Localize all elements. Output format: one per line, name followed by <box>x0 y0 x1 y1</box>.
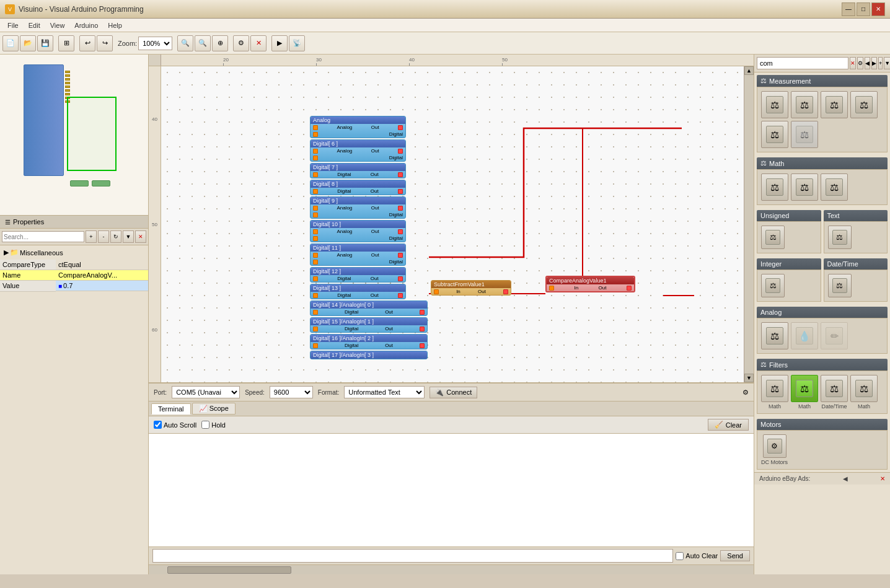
ads-nav-left[interactable]: ◀ <box>843 475 848 482</box>
prop-collapse-button[interactable]: - <box>98 230 109 243</box>
search-clear-button[interactable]: ✕ <box>850 57 856 69</box>
autoscroll-label[interactable]: Auto Scroll <box>154 421 196 429</box>
measurement-btn-6[interactable]: ⚖ ✏ <box>791 121 818 148</box>
close-button[interactable]: ✕ <box>871 2 885 16</box>
measurement-btn-3[interactable]: ⚖ <box>821 91 848 118</box>
prop-expand-button[interactable]: + <box>86 230 97 243</box>
search-menu-button[interactable]: ▼ <box>884 57 890 69</box>
menu-help[interactable]: Help <box>103 20 127 30</box>
math-btn-2[interactable]: ⚖ <box>791 173 818 201</box>
open-button[interactable]: 📂 <box>20 35 36 51</box>
analog-btn-3[interactable]: ✏ <box>821 322 848 349</box>
filter-item-1[interactable]: ⚖ Math <box>761 375 788 410</box>
text-btn-1[interactable]: ⚖ <box>828 226 852 249</box>
port-analog-out[interactable] <box>398 125 403 130</box>
format-select[interactable]: Unformatted Text <box>344 386 425 398</box>
zoom-out-button[interactable]: 🔍 <box>195 35 211 51</box>
scrollbar-thumb[interactable] <box>167 566 291 574</box>
menu-file[interactable]: File <box>2 20 24 30</box>
horizontal-scrollbar[interactable] <box>149 564 754 574</box>
terminal-area[interactable] <box>149 434 754 546</box>
minimize-button[interactable]: — <box>842 2 855 16</box>
motors-content: ⚙ DC Motors <box>757 430 888 470</box>
math-btn-1[interactable]: ⚖ <box>761 173 788 201</box>
zoom-select[interactable]: 100% <box>138 37 172 50</box>
port-digital-in[interactable] <box>313 132 318 137</box>
ads-nav-right[interactable]: ✕ <box>880 475 885 482</box>
search-add-button[interactable]: + <box>878 57 883 69</box>
properties-toolbar: + - ↻ ▼ ✕ <box>0 229 148 245</box>
menu-edit[interactable]: Edit <box>24 20 45 30</box>
main-layout: ☰ Properties + - ↻ ▼ ✕ ▶ 📁 Miscellaneous <box>0 55 890 574</box>
grid-button[interactable]: ⊞ <box>58 35 74 51</box>
new-button[interactable]: 📄 <box>2 35 19 51</box>
search-input[interactable] <box>757 57 848 69</box>
autoclear-label[interactable]: Auto Clear <box>676 552 718 560</box>
redo-button[interactable]: ↪ <box>97 35 113 51</box>
motors-dc-btn[interactable]: ⚙ <box>763 434 786 458</box>
prop-value-value[interactable]: ■ 0.7 <box>56 281 148 291</box>
math-btn-3[interactable]: ⚖ <box>821 173 848 201</box>
upload-button[interactable]: ▶ <box>271 35 288 51</box>
filter-item-3[interactable]: ⚖ Date/Time <box>821 375 848 410</box>
connect-button[interactable]: 🔌 Connect <box>430 387 477 398</box>
filter-btn-math-1[interactable]: ⚖ <box>761 375 788 402</box>
measurement-btn-1[interactable]: ⚖ <box>761 91 788 118</box>
menu-view[interactable]: View <box>45 20 70 30</box>
filter-item-4[interactable]: ⚖ Math <box>850 375 878 410</box>
port-analog-in[interactable] <box>313 125 318 130</box>
analog-btn-1[interactable]: ⚖ <box>761 322 788 349</box>
settings-icon[interactable]: ⚙ <box>742 388 749 397</box>
save-button[interactable]: 💾 <box>37 35 53 51</box>
clear-button[interactable]: 🧹 Clear <box>708 419 749 431</box>
zoom-fit-button[interactable]: ⊕ <box>212 35 228 51</box>
window-title: Visuino - Visual Arduino Programming <box>19 5 144 14</box>
measurement-btn-4[interactable]: ⚖ <box>850 91 878 118</box>
filter-btn-math-2[interactable]: ⚖ <box>791 375 818 402</box>
search-nav-up-button[interactable]: ◀ <box>865 57 870 69</box>
undo-button[interactable]: ↩ <box>79 35 95 51</box>
motors-dc-item[interactable]: ⚙ DC Motors <box>761 434 788 465</box>
canvas-scroll[interactable]: 40 50 60 Analog <box>149 66 754 382</box>
tab-terminal[interactable]: Terminal <box>151 403 191 415</box>
subtract-node[interactable]: SubtractFromValue1 In Out <box>431 280 511 296</box>
datetime-btn-1[interactable]: ⚖ <box>828 274 852 297</box>
prop-delete-button[interactable]: ✕ <box>135 230 146 243</box>
zoom-in-button[interactable]: 🔍 <box>177 35 193 51</box>
compile-button[interactable]: ⚙ <box>233 35 249 51</box>
speed-select[interactable]: 9600 <box>270 386 313 398</box>
prop-filter-button[interactable]: ▼ <box>123 230 134 243</box>
tab-scope[interactable]: 📈 Scope <box>192 403 236 415</box>
arduino-node[interactable]: Analog Analog Out Digital <box>310 116 552 361</box>
hold-label[interactable]: Hold <box>201 421 226 429</box>
filter-btn-math-3[interactable]: ⚖ <box>850 375 878 402</box>
prop-value-name[interactable]: CompareAnalogV... <box>56 270 148 281</box>
send-button[interactable]: Send <box>720 550 750 561</box>
stop-button[interactable]: ✕ <box>250 35 267 51</box>
measurement-btn-2[interactable]: ⚖ <box>791 91 818 118</box>
unsigned-btn-1[interactable]: ⚖ <box>761 226 785 249</box>
autoclear-checkbox[interactable] <box>676 552 684 560</box>
integer-btn-1[interactable]: ⚖ <box>761 274 785 297</box>
hold-checkbox[interactable] <box>201 421 209 429</box>
menu-arduino[interactable]: Arduino <box>69 20 103 30</box>
filter-item-2[interactable]: ⚖ Math <box>791 375 818 410</box>
search-settings-button[interactable]: ⚙ <box>857 57 863 69</box>
analog-btn-2[interactable]: 💧 <box>791 322 818 349</box>
analog-header: Analog <box>757 307 888 318</box>
send-input[interactable] <box>152 549 673 563</box>
maximize-button[interactable]: □ <box>857 2 870 16</box>
prop-value-comparetype[interactable]: ctEqual <box>56 260 148 270</box>
autoscroll-checkbox[interactable] <box>154 421 162 429</box>
filter-btn-datetime[interactable]: ⚖ <box>821 375 848 402</box>
search-nav-down-button[interactable]: ▶ <box>871 57 877 69</box>
tree-miscellaneous[interactable]: ▶ 📁 Miscellaneous <box>2 248 146 257</box>
serial-button[interactable]: 📡 <box>289 35 305 51</box>
properties-search[interactable] <box>2 231 84 242</box>
port-select[interactable]: COM5 (Unavai <box>172 386 240 398</box>
vertical-scrollbar[interactable]: ▲ ▼ <box>744 66 754 382</box>
measurement-btn-5[interactable]: ⚖ <box>761 121 788 148</box>
prop-refresh-button[interactable]: ↻ <box>110 230 121 243</box>
connect-icon: 🔌 <box>435 388 444 397</box>
compare-node[interactable]: CompareAnalogValue1 In Out <box>545 276 635 292</box>
